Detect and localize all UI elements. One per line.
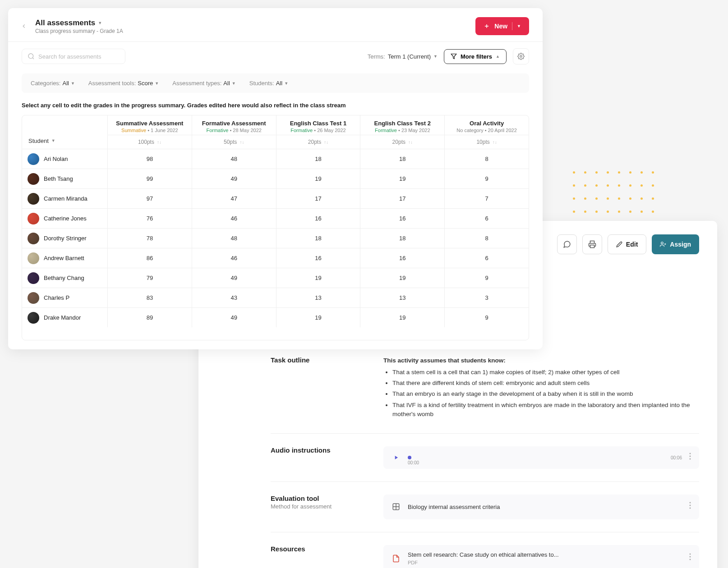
grade-cell[interactable]: 19 bbox=[360, 268, 445, 288]
grade-cell[interactable]: 78 bbox=[108, 229, 192, 248]
student-name: Andrew Barnett bbox=[44, 255, 84, 261]
print-button[interactable] bbox=[582, 234, 602, 254]
settings-button[interactable] bbox=[513, 48, 529, 64]
grade-cell[interactable]: 86 bbox=[108, 248, 192, 268]
table-row: Beth Tsang 994919199 bbox=[22, 169, 529, 188]
grade-cell[interactable]: 99 bbox=[108, 169, 192, 188]
grade-cell[interactable]: 98 bbox=[108, 149, 192, 169]
grade-cell[interactable]: 18 bbox=[276, 149, 361, 169]
grade-cell[interactable]: 97 bbox=[108, 189, 192, 208]
sort-icon[interactable]: ↑↓ bbox=[324, 140, 328, 145]
back-button[interactable] bbox=[17, 19, 31, 33]
eval-tool-item[interactable]: Biology internal assessment criteria bbox=[383, 495, 699, 519]
student-column-header[interactable]: Student ▼ bbox=[22, 115, 108, 149]
grade-cell[interactable]: 46 bbox=[192, 248, 276, 268]
table-body: Ari Nolan 984818188 Beth Tsang 994919199… bbox=[22, 149, 529, 327]
eval-more-button[interactable] bbox=[687, 500, 693, 513]
points-header[interactable]: 20pts ↑↓ bbox=[360, 135, 444, 149]
grade-cell[interactable]: 16 bbox=[276, 209, 361, 228]
student-cell[interactable]: Dorothy Stringer bbox=[22, 229, 108, 248]
new-button[interactable]: New ▼ bbox=[475, 17, 529, 35]
assessment-tag: Formative bbox=[375, 128, 397, 133]
types-filter[interactable]: Assessment types: All ▼ bbox=[172, 80, 235, 87]
sort-icon[interactable]: ↑↓ bbox=[157, 140, 161, 145]
tools-filter[interactable]: Assessment tools: Score ▼ bbox=[88, 80, 159, 87]
student-cell[interactable]: Beth Tsang bbox=[22, 169, 108, 188]
student-name: Drake Mandor bbox=[44, 314, 81, 321]
grade-cell[interactable]: 19 bbox=[276, 268, 361, 288]
grade-cell[interactable]: 48 bbox=[192, 149, 276, 169]
assign-button[interactable]: Assign bbox=[652, 234, 699, 254]
grade-cell[interactable]: 79 bbox=[108, 268, 192, 288]
grade-cell[interactable]: 3 bbox=[445, 288, 529, 307]
student-cell[interactable]: Ari Nolan bbox=[22, 149, 108, 169]
categories-filter[interactable]: Categories: All ▼ bbox=[31, 80, 75, 87]
search-box[interactable] bbox=[22, 49, 125, 64]
sort-icon[interactable]: ↑↓ bbox=[493, 140, 497, 145]
grade-cell[interactable]: 19 bbox=[276, 169, 361, 188]
student-name: Dorothy Stringer bbox=[44, 235, 87, 242]
edit-button[interactable]: Edit bbox=[608, 234, 646, 254]
grade-cell[interactable]: 16 bbox=[276, 248, 361, 268]
grade-cell[interactable]: 19 bbox=[360, 169, 445, 188]
student-cell[interactable]: Catherine Jones bbox=[22, 209, 108, 228]
grade-cell[interactable]: 19 bbox=[276, 308, 361, 327]
grade-cell[interactable]: 19 bbox=[360, 308, 445, 327]
grade-cell[interactable]: 17 bbox=[276, 189, 361, 208]
grade-cell[interactable]: 83 bbox=[108, 288, 192, 307]
grade-cell[interactable]: 43 bbox=[192, 288, 276, 307]
grade-cell[interactable]: 47 bbox=[192, 189, 276, 208]
grade-cell[interactable]: 7 bbox=[445, 189, 529, 208]
grade-cell[interactable]: 6 bbox=[445, 248, 529, 268]
play-button[interactable] bbox=[390, 451, 402, 464]
grade-cell[interactable]: 89 bbox=[108, 308, 192, 327]
grade-cell[interactable]: 18 bbox=[276, 229, 361, 248]
outline-bullet: That a stem cell is a cell that can 1) m… bbox=[392, 368, 699, 377]
assessment-column-header: Oral Activity No category • 20 April 202… bbox=[445, 115, 529, 149]
student-cell[interactable]: Drake Mandor bbox=[22, 308, 108, 327]
student-cell[interactable]: Carmen Miranda bbox=[22, 189, 108, 208]
avatar bbox=[28, 252, 39, 264]
grade-cell[interactable]: 17 bbox=[360, 189, 445, 208]
page-title-dropdown[interactable]: All assessments ▼ bbox=[35, 18, 123, 27]
grade-cell[interactable]: 13 bbox=[360, 288, 445, 307]
grade-cell[interactable]: 48 bbox=[192, 229, 276, 248]
grade-cell[interactable]: 6 bbox=[445, 209, 529, 228]
grade-cell[interactable]: 49 bbox=[192, 169, 276, 188]
grade-cell[interactable]: 9 bbox=[445, 308, 529, 327]
points-header[interactable]: 100pts ↑↓ bbox=[108, 135, 192, 149]
grade-cell[interactable]: 8 bbox=[445, 149, 529, 169]
resource-item[interactable]: Stem cell research: Case study on ethica… bbox=[383, 545, 699, 568]
more-filters-button[interactable]: More filters ▲ bbox=[444, 49, 507, 64]
comment-button[interactable] bbox=[557, 234, 577, 254]
sort-icon[interactable]: ↑↓ bbox=[408, 140, 413, 145]
grade-cell[interactable]: 16 bbox=[360, 248, 445, 268]
points-header[interactable]: 10pts ↑↓ bbox=[445, 135, 529, 149]
points-header[interactable]: 20pts ↑↓ bbox=[276, 135, 360, 149]
grade-cell[interactable]: 16 bbox=[360, 209, 445, 228]
audio-more-button[interactable] bbox=[687, 451, 693, 464]
eval-label: Evaluation tool bbox=[271, 495, 365, 502]
student-cell[interactable]: Andrew Barnett bbox=[22, 248, 108, 268]
student-cell[interactable]: Bethany Chang bbox=[22, 268, 108, 288]
search-input[interactable] bbox=[38, 53, 120, 60]
grade-cell[interactable]: 13 bbox=[276, 288, 361, 307]
sort-icon[interactable]: ↑↓ bbox=[240, 140, 244, 145]
student-cell[interactable]: Charles P bbox=[22, 288, 108, 307]
grade-cell[interactable]: 8 bbox=[445, 229, 529, 248]
grade-cell[interactable]: 49 bbox=[192, 268, 276, 288]
terms-label: Terms: bbox=[368, 53, 385, 60]
grade-cell[interactable]: 9 bbox=[445, 169, 529, 188]
grade-cell[interactable]: 18 bbox=[360, 229, 445, 248]
resource-more-button[interactable] bbox=[687, 551, 693, 565]
terms-filter[interactable]: Terms: Term 1 (Current) ▼ bbox=[368, 53, 438, 60]
grade-cell[interactable]: 9 bbox=[445, 268, 529, 288]
grade-cell[interactable]: 49 bbox=[192, 308, 276, 327]
points-header[interactable]: 50pts ↑↓ bbox=[192, 135, 276, 149]
grade-cell[interactable]: 46 bbox=[192, 209, 276, 228]
assessment-date: • 28 May 2022 bbox=[230, 128, 262, 133]
audio-track[interactable]: 00:00 bbox=[408, 453, 665, 462]
grade-cell[interactable]: 18 bbox=[360, 149, 445, 169]
students-filter[interactable]: Students: All ▼ bbox=[249, 80, 288, 87]
grade-cell[interactable]: 76 bbox=[108, 209, 192, 228]
